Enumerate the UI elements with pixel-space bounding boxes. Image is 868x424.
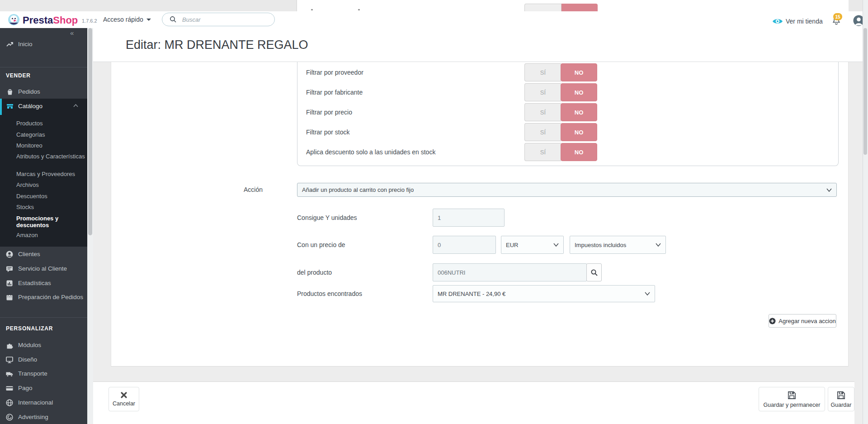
search-input[interactable] xyxy=(182,16,259,23)
toggle-no-option[interactable]: NO xyxy=(561,63,597,81)
product-ref-input[interactable]: 006NUTRI xyxy=(433,263,587,281)
filter-label: Filtrar por stock xyxy=(306,129,349,136)
save-button[interactable]: Guardar xyxy=(828,387,854,411)
brand-secondary-text: Shop xyxy=(53,14,78,26)
cancel-label: Cancelar xyxy=(113,400,135,407)
sidebar-item-advertising[interactable]: Advertising xyxy=(18,414,48,420)
cutoff-toggle-fragment xyxy=(524,4,598,11)
x-icon xyxy=(120,391,127,399)
caret-down-icon xyxy=(146,19,151,21)
brand-wordmark[interactable]: PrestaShop xyxy=(23,14,78,26)
toggle-yes-option[interactable]: SÍ xyxy=(524,63,561,81)
floppy-icon xyxy=(787,391,797,400)
sidebar-item-pedidos[interactable]: Pedidos xyxy=(18,88,40,95)
sidebar-item-clientes[interactable]: Clientes xyxy=(18,251,40,257)
credit-card-icon xyxy=(5,384,14,392)
sidebar-subitem-categorias[interactable]: Categorías xyxy=(16,131,85,138)
quick-access-label: Acceso rápido xyxy=(103,16,143,23)
sidebar-item-transporte[interactable]: Transporte xyxy=(18,370,47,377)
sidebar-item-preparacion[interactable]: Preparación de Pedidos xyxy=(18,294,83,300)
prestashop-bird-logo xyxy=(8,14,20,26)
page-title: Editar: MR DRENANTE REGALO xyxy=(126,38,308,52)
chevron-up-icon[interactable] xyxy=(73,104,78,107)
save-and-stay-button[interactable]: Guardar y permanecer xyxy=(759,387,825,411)
tax-mode-select[interactable]: Impuestos incluidos xyxy=(570,236,666,254)
cutoff-text-fragment xyxy=(358,9,360,10)
products-found-value: MR DRENANTE - 24,90 € xyxy=(438,291,505,297)
sidebar-subitem-productos[interactable]: Productos xyxy=(16,120,85,127)
price-input[interactable]: 0 xyxy=(433,236,496,254)
sidebar-scrollbar-thumb[interactable] xyxy=(88,28,92,235)
sidebar-subitem-monitoreo[interactable]: Monitoreo xyxy=(16,142,85,149)
price-label: Con un precio de xyxy=(297,241,345,248)
sidebar-divider xyxy=(0,317,87,318)
sidebar-item-inicio[interactable]: Inicio xyxy=(18,41,33,48)
header-search xyxy=(162,13,275,26)
product-search-button[interactable] xyxy=(586,263,602,281)
notification-badge: 15 xyxy=(833,13,842,20)
sidebar-section-personalizar: PERSONALIZAR xyxy=(6,325,53,332)
quantity-input[interactable]: 1 xyxy=(433,209,505,227)
chevron-down-icon xyxy=(553,243,559,247)
products-found-select[interactable]: MR DRENANTE - 24,90 € xyxy=(433,285,655,302)
truck-icon xyxy=(5,370,14,378)
bar-chart-icon xyxy=(5,279,14,287)
products-found-label: Productos encontrados xyxy=(297,290,362,297)
eye-icon xyxy=(772,18,783,25)
sidebar-subitem-promociones-active[interactable]: Promociones y descuentos xyxy=(16,215,85,229)
toggle-yes-option[interactable]: SÍ xyxy=(524,103,561,121)
toggle-yes-option[interactable]: SÍ xyxy=(524,123,561,141)
product-ref-label: del producto xyxy=(297,269,332,276)
sidebar-subitem-descuentos[interactable]: Descuentos xyxy=(16,193,85,200)
sidebar-subitem-atributos[interactable]: Atributos y Características xyxy=(16,153,85,160)
sidebar-item-diseno[interactable]: Diseño xyxy=(18,356,37,363)
product-ref-value: 006NUTRI xyxy=(438,269,465,276)
add-action-label: Agregar nueva accion xyxy=(778,318,835,324)
sidebar-item-catalogo[interactable]: Catálogo xyxy=(18,103,42,110)
active-item-accent-bar xyxy=(0,99,2,115)
monitor-icon xyxy=(5,356,14,364)
puzzle-icon xyxy=(5,341,14,349)
magnifier-icon xyxy=(590,269,598,276)
toggle-yes-option[interactable]: SÍ xyxy=(524,83,561,101)
trending-up-icon xyxy=(6,40,14,48)
action-select[interactable]: Añadir un producto al carrito con precio… xyxy=(297,183,837,197)
toggle-yes-option[interactable]: SÍ xyxy=(524,143,561,161)
save-and-stay-label: Guardar y permanecer xyxy=(764,402,821,408)
toggle-no-option[interactable]: NO xyxy=(561,123,597,141)
view-store-link[interactable]: Ver mi tienda xyxy=(786,18,823,25)
sidebar-collapse-button[interactable]: « xyxy=(70,29,74,37)
cutoff-text-fragment xyxy=(311,9,313,10)
sidebar-subitem-marcas[interactable]: Marcas y Proveedores xyxy=(16,171,85,177)
sidebar-item-internacional[interactable]: Internacional xyxy=(18,399,53,406)
toggle-no-option[interactable]: NO xyxy=(561,103,597,121)
target-icon xyxy=(5,413,14,421)
bottom-toolbar xyxy=(93,381,854,424)
filter-label: Filtrar por fabricante xyxy=(306,89,363,96)
sidebar-subitem-stocks[interactable]: Stocks xyxy=(16,204,85,210)
floppy-icon xyxy=(836,391,846,400)
prestashop-admin-window: Filtrar por proveedor SÍ NO Filtrar por … xyxy=(0,0,868,424)
chevron-down-icon xyxy=(656,243,661,247)
store-icon xyxy=(6,102,14,110)
sidebar-item-servicio[interactable]: Servicio al Cliente xyxy=(18,265,67,272)
sidebar-item-estadisticas[interactable]: Estadísticas xyxy=(18,280,51,286)
toggle-no-option[interactable]: NO xyxy=(561,83,597,101)
sidebar-item-pago[interactable]: Pago xyxy=(18,385,33,391)
cancel-button[interactable]: Cancelar xyxy=(108,387,139,411)
sidebar-subitem-archivos[interactable]: Archivos xyxy=(16,181,85,188)
sidebar-subitem-amazon[interactable]: Amazon xyxy=(16,232,85,238)
window-scrollbar-thumb[interactable] xyxy=(863,28,867,155)
toggle-no-option[interactable]: NO xyxy=(561,143,597,161)
quick-access-menu[interactable]: Acceso rápido xyxy=(103,16,151,23)
quantity-value: 1 xyxy=(438,214,441,221)
toggle-filtrar-fabricante: SÍ NO xyxy=(524,83,598,101)
chat-icon xyxy=(5,265,14,273)
price-value: 0 xyxy=(438,242,441,248)
add-action-button[interactable]: Agregar nueva accion xyxy=(769,314,836,328)
sidebar-item-modulos[interactable]: Módulos xyxy=(18,342,41,348)
sidebar-section-vender: VENDER xyxy=(6,72,31,79)
currency-select[interactable]: EUR xyxy=(501,236,564,254)
action-select-value: Añadir un producto al carrito con precio… xyxy=(302,186,414,193)
filter-label: Filtrar por precio xyxy=(306,109,352,116)
